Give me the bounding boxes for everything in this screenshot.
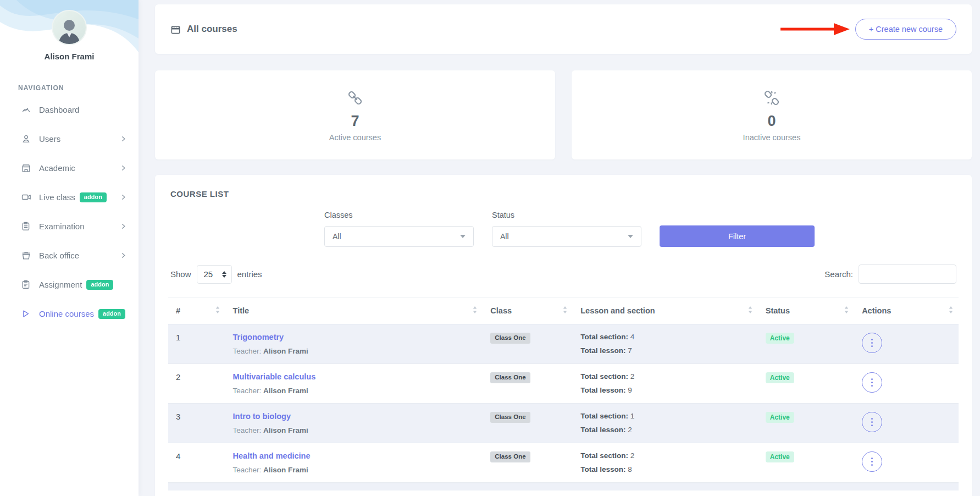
spinner-icon (222, 271, 226, 278)
active-courses-count: 7 (351, 114, 359, 129)
status-badge: Active (766, 372, 794, 383)
back-office-icon (21, 250, 32, 261)
class-badge: Class One (490, 451, 530, 462)
avatar[interactable] (52, 10, 87, 45)
column-label: Class (490, 306, 512, 315)
course-title-link[interactable]: Health and medicine (233, 451, 311, 460)
column-label: Status (766, 306, 790, 315)
show-label: Show (170, 269, 191, 279)
column-header-[interactable]: # (168, 297, 225, 324)
course-title-link[interactable]: Multivariable calculus (233, 372, 316, 381)
row-actions-button[interactable] (862, 451, 882, 472)
sort-icon (844, 306, 849, 315)
user-name: Alison Frami (0, 52, 139, 61)
total-section: Total section: 2 (580, 372, 752, 381)
chevron-right-icon (120, 223, 126, 229)
column-label: # (176, 306, 180, 315)
course-list-title: COURSE LIST (170, 189, 959, 199)
entries-label: entries (237, 269, 262, 279)
chevron-right-icon (120, 252, 126, 258)
addon-badge: addon (80, 192, 107, 202)
inactive-courses-card: 0 Inactive courses (572, 70, 972, 159)
sidebar-item-live-class[interactable]: Live classaddon (0, 183, 139, 212)
total-lesson: Total lesson: 2 (580, 426, 752, 434)
table-body: 1TrigonometryTeacher: Alison FramiClass … (168, 324, 959, 483)
course-title-link[interactable]: Trigonometry (233, 333, 284, 341)
page-size-select[interactable]: 25 (197, 265, 232, 284)
row-number: 1 (176, 333, 180, 342)
sidebar-item-label: Academic (39, 163, 75, 173)
assignment-icon (21, 279, 32, 290)
teacher-line: Teacher: Alison Frami (233, 426, 478, 434)
classes-select[interactable]: All (324, 226, 474, 247)
academic-icon (21, 163, 32, 174)
total-lesson: Total lesson: 8 (580, 465, 752, 473)
row-number: 3 (176, 412, 180, 421)
sidebar-item-back-office[interactable]: Back office (0, 241, 139, 270)
sidebar-item-examination[interactable]: Examination (0, 212, 139, 241)
table-row-partial (168, 483, 959, 491)
kebab-icon (871, 418, 873, 426)
sort-icon (215, 306, 220, 315)
table-row: 1TrigonometryTeacher: Alison FramiClass … (168, 324, 959, 364)
sort-icon (473, 306, 477, 315)
kebab-icon (871, 339, 873, 347)
link-icon (346, 89, 364, 109)
users-icon (21, 134, 32, 145)
row-actions-button[interactable] (862, 412, 882, 432)
teacher-line: Teacher: Alison Frami (233, 466, 478, 474)
caret-down-icon (628, 235, 633, 238)
sidebar-item-dashboard[interactable]: Dashboard (0, 95, 139, 124)
status-select[interactable]: All (492, 226, 641, 247)
sidebar-item-label: Dashboard (39, 105, 79, 114)
stats-row: 7 Active courses 0 Inactive courses (155, 70, 972, 159)
row-actions-button[interactable] (862, 333, 882, 353)
status-badge: Active (766, 412, 794, 423)
table-row: 3Intro to biologyTeacher: Alison FramiCl… (168, 404, 959, 443)
column-header-actions[interactable]: Actions (854, 297, 959, 324)
page-size-value: 25 (204, 269, 213, 279)
column-header-status[interactable]: Status (758, 297, 854, 324)
nav-section-label: NAVIGATION (18, 84, 139, 92)
status-badge: Active (766, 451, 794, 462)
total-lesson: Total lesson: 7 (580, 346, 752, 355)
table-row: 4Health and medicineTeacher: Alison Fram… (168, 443, 959, 483)
row-actions-button[interactable] (862, 372, 882, 393)
class-badge: Class One (490, 333, 530, 344)
status-badge: Active (766, 333, 794, 344)
search-label: Search: (824, 269, 853, 279)
addon-badge: addon (86, 280, 113, 290)
active-courses-card: 7 Active courses (155, 70, 555, 159)
sidebar-item-label: Online courses (39, 309, 94, 318)
column-header-class[interactable]: Class (483, 297, 573, 324)
column-header-title[interactable]: Title (225, 297, 483, 324)
column-label: Actions (862, 306, 891, 315)
sidebar-item-online-courses[interactable]: Online coursesaddon (0, 299, 139, 328)
live-class-icon (21, 192, 32, 203)
sidebar-item-academic[interactable]: Academic (0, 153, 139, 183)
sidebar-item-users[interactable]: Users (0, 124, 139, 153)
classes-select-value: All (333, 232, 341, 241)
teacher-line: Teacher: Alison Frami (233, 387, 478, 395)
search-input[interactable] (859, 264, 956, 284)
row-number: 4 (176, 451, 180, 461)
table-row: 2Multivariable calculusTeacher: Alison F… (168, 364, 959, 404)
teacher-line: Teacher: Alison Frami (233, 347, 478, 355)
sidebar-item-label: Assignment (39, 280, 82, 289)
sidebar: Alison Frami NAVIGATION DashboardUsersAc… (0, 0, 139, 496)
inactive-courses-label: Inactive courses (743, 133, 801, 142)
create-new-course-button[interactable]: + Create new course (855, 19, 956, 40)
column-label: Title (233, 306, 250, 315)
sidebar-item-label: Back office (39, 251, 79, 260)
sidebar-item-assignment[interactable]: Assignmentaddon (0, 270, 139, 299)
examination-icon (21, 221, 32, 232)
filter-button[interactable]: Filter (660, 225, 815, 247)
status-filter-label: Status (492, 211, 641, 219)
table-header-row: #TitleClassLesson and sectionStatusActio… (168, 297, 959, 324)
column-header-lesson-and-section[interactable]: Lesson and section (573, 297, 757, 324)
caret-down-icon (460, 235, 466, 238)
total-lesson: Total lesson: 9 (580, 386, 752, 394)
annotation-arrow (780, 23, 850, 35)
course-title-link[interactable]: Intro to biology (233, 412, 291, 421)
filter-row: Classes All Status All Filter (324, 211, 959, 247)
